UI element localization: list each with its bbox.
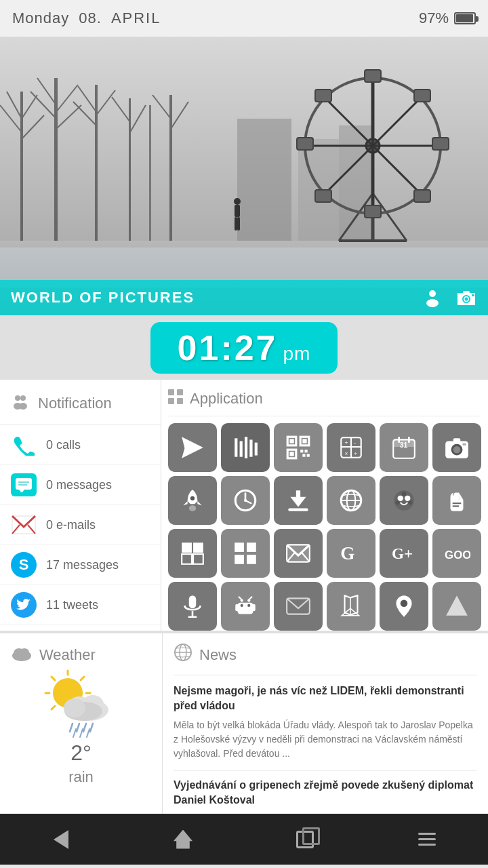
app-android[interactable] xyxy=(221,582,270,631)
app-antivirus[interactable] xyxy=(380,476,428,525)
app-metro[interactable] xyxy=(221,529,270,578)
clock-bar: 01:27 pm xyxy=(0,315,488,380)
email-icon xyxy=(11,512,37,538)
svg-rect-88 xyxy=(302,454,305,456)
app-clock[interactable] xyxy=(221,476,270,525)
nav-menu-icon xyxy=(418,833,436,846)
notif-messages: 0 messages xyxy=(0,465,161,505)
svg-rect-131 xyxy=(235,542,244,552)
svg-rect-128 xyxy=(182,554,192,564)
hero-caption-bar[interactable]: World of pictures xyxy=(0,280,488,315)
svg-text:G: G xyxy=(340,543,354,564)
news-title-2: Vyjednávání o gripenech zřejmě povede zk… xyxy=(174,778,477,808)
nav-back-icon xyxy=(54,830,68,849)
app-gplus[interactable]: G+ xyxy=(380,529,428,578)
svg-rect-20 xyxy=(149,105,151,241)
svg-rect-83 xyxy=(302,439,306,443)
svg-text:÷: ÷ xyxy=(354,450,357,457)
app-calendar[interactable]: 31 xyxy=(380,423,428,472)
svg-point-121 xyxy=(405,496,410,501)
hero-scene xyxy=(0,37,488,315)
app-location[interactable] xyxy=(380,582,428,631)
svg-rect-77 xyxy=(245,437,247,458)
svg-text:-: - xyxy=(354,439,356,446)
app-music[interactable] xyxy=(221,423,270,472)
notification-header-icon xyxy=(11,392,30,415)
app-download[interactable] xyxy=(274,476,323,525)
news-title-1: Nejsme magoři, je nás víc než LIDEM, řek… xyxy=(174,684,477,714)
weather-panel: Weather xyxy=(0,633,163,814)
svg-rect-130 xyxy=(193,554,203,564)
nav-back-button[interactable] xyxy=(41,826,81,853)
svg-rect-48 xyxy=(235,205,240,217)
svg-point-56 xyxy=(465,298,468,301)
svg-rect-127 xyxy=(182,542,192,553)
svg-rect-79 xyxy=(255,443,258,456)
svg-point-62 xyxy=(19,403,27,410)
bottom-section: Weather xyxy=(0,631,488,814)
svg-point-52 xyxy=(426,299,439,307)
news-item-2[interactable]: Vyjednávání o gripenech zřejmě povede zk… xyxy=(174,778,477,814)
battery-percentage: 97% xyxy=(419,9,449,27)
app-mic[interactable] xyxy=(168,582,217,631)
notification-header-label: Notification xyxy=(38,395,112,412)
svg-line-192 xyxy=(70,724,73,732)
app-send[interactable] xyxy=(168,423,217,472)
svg-rect-40 xyxy=(365,205,381,218)
svg-point-47 xyxy=(234,198,241,205)
nav-home-button[interactable] xyxy=(163,826,203,853)
app-browser[interactable] xyxy=(327,476,375,525)
svg-point-157 xyxy=(401,600,408,608)
svg-marker-158 xyxy=(446,595,468,615)
news-body-2: Vyjednávání se Švédskem o dalším pronájm… xyxy=(174,812,477,814)
svg-rect-72 xyxy=(168,398,174,404)
nav-recents-button[interactable] xyxy=(285,826,325,853)
app-flipboard[interactable] xyxy=(168,529,217,578)
svg-line-198 xyxy=(87,729,89,737)
svg-rect-125 xyxy=(453,502,462,504)
hero-caption-text: World of pictures xyxy=(11,289,409,307)
svg-rect-149 xyxy=(253,604,256,612)
svg-point-120 xyxy=(398,496,403,501)
app-google[interactable]: G xyxy=(327,529,375,578)
nav-menu-button[interactable] xyxy=(407,826,447,853)
status-date: 08. xyxy=(79,9,102,27)
hero-image[interactable]: World of pictures xyxy=(0,37,488,315)
svg-marker-64 xyxy=(19,490,24,492)
app-qr[interactable] xyxy=(274,423,323,472)
app-gmail[interactable] xyxy=(274,529,323,578)
app-evernote[interactable] xyxy=(432,476,481,525)
svg-rect-148 xyxy=(235,604,238,612)
svg-rect-145 xyxy=(237,603,253,614)
main-content: Notification 0 calls xyxy=(0,380,488,631)
person-icon[interactable] xyxy=(422,287,443,309)
news-item-1[interactable]: Nejsme magoři, je nás víc než LIDEM, řek… xyxy=(174,684,477,761)
status-bar: Monday 08. APRIL 97% xyxy=(0,0,488,37)
svg-rect-24 xyxy=(237,119,291,241)
svg-rect-114 xyxy=(296,490,300,499)
news-globe-icon xyxy=(174,643,192,667)
news-divider xyxy=(174,770,477,771)
svg-text:G+: G+ xyxy=(392,545,413,562)
svg-rect-126 xyxy=(453,505,459,507)
svg-rect-85 xyxy=(289,452,293,456)
svg-point-153 xyxy=(247,599,250,601)
status-month: APRIL xyxy=(111,9,161,27)
app-rocket[interactable] xyxy=(168,476,217,525)
svg-marker-129 xyxy=(193,542,203,553)
app-camera[interactable] xyxy=(432,423,481,472)
svg-rect-81 xyxy=(289,439,293,443)
app-misc[interactable] xyxy=(432,582,481,631)
svg-rect-58 xyxy=(472,294,474,296)
app-calc[interactable]: + - × ÷ xyxy=(327,423,375,472)
svg-rect-89 xyxy=(307,454,310,456)
svg-rect-133 xyxy=(235,555,244,564)
svg-rect-86 xyxy=(300,450,303,452)
app-mail2[interactable] xyxy=(274,582,323,631)
svg-line-185 xyxy=(81,677,84,680)
application-header-label: Application xyxy=(190,390,263,408)
svg-line-183 xyxy=(52,677,55,680)
app-goo[interactable]: GOO xyxy=(432,529,481,578)
camera-icon[interactable] xyxy=(455,287,477,309)
app-maps[interactable] xyxy=(327,582,375,631)
